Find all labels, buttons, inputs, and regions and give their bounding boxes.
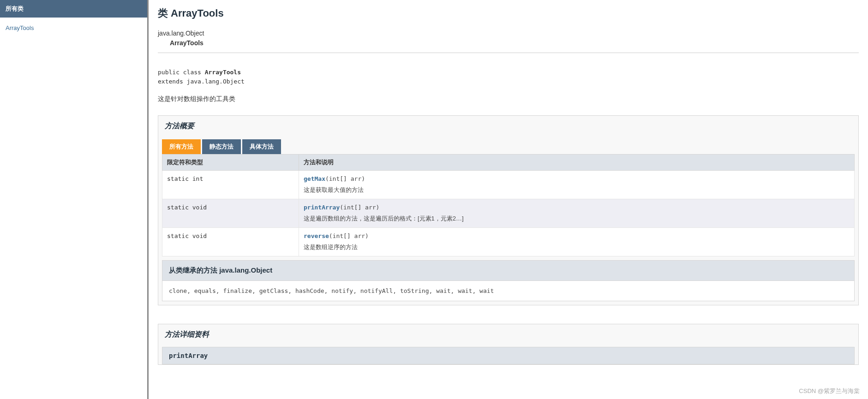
tab-concrete-methods[interactable]: 具体方法 [242, 139, 281, 154]
cell-modifier: static void [162, 199, 299, 228]
class-declaration: public class ArrayTools extends java.lan… [158, 68, 859, 86]
table-row: static int getMax(int[] arr) 这是获取最大值的方法 [162, 171, 855, 199]
method-sig: (int[] arr) [329, 232, 369, 239]
method-summary-title: 方法概要 [158, 116, 858, 137]
class-description: 这是针对数组操作的工具类 [158, 95, 859, 103]
cell-modifier: static int [162, 171, 299, 199]
decl-extends: extends java.lang.Object [158, 78, 245, 85]
method-sig: (int[] arr) [325, 175, 365, 182]
col-modifier: 限定符和类型 [162, 155, 299, 171]
table-row: static void reverse(int[] arr) 这是数组逆序的方法 [162, 228, 855, 256]
cell-method: reverse(int[] arr) 这是数组逆序的方法 [299, 228, 855, 256]
method-link-getmax[interactable]: getMax [304, 175, 325, 182]
divider [158, 53, 859, 53]
watermark: CSDN @紫罗兰与海棠 [799, 387, 860, 395]
method-table: 限定符和类型 方法和说明 static int getMax(int[] arr… [162, 154, 855, 256]
hierarchy-leaf: ArrayTools [170, 38, 859, 48]
sidebar-list: ArrayTools [0, 18, 147, 38]
cell-method: printArray(int[] arr) 这是遍历数组的方法，这是遍历后的格式… [299, 199, 855, 228]
method-desc: 这是获取最大值的方法 [304, 186, 850, 194]
method-detail-title: 方法详细资料 [158, 324, 858, 345]
sidebar-item-arraytools[interactable]: ArrayTools [6, 24, 34, 31]
cell-method: getMax(int[] arr) 这是获取最大值的方法 [299, 171, 855, 199]
tab-all-methods[interactable]: 所有方法 [162, 139, 201, 154]
method-summary-section: 方法概要 所有方法 静态方法 具体方法 限定符和类型 方法和说明 static … [158, 115, 859, 305]
method-sig: (int[] arr) [340, 204, 379, 211]
cell-modifier: static void [162, 228, 299, 256]
inherited-methods-list: clone, equals, finalize, getClass, hashC… [162, 281, 855, 301]
method-desc: 这是数组逆序的方法 [304, 243, 850, 251]
method-detail-section: 方法详细资料 printArray [158, 324, 859, 365]
decl-name: ArrayTools [205, 69, 241, 76]
sidebar-title: 所有类 [0, 0, 147, 18]
type-hierarchy: java.lang.Object ArrayTools [158, 29, 859, 48]
detail-printarray: printArray [162, 347, 855, 364]
method-desc: 这是遍历数组的方法，这是遍历后的格式：[元素1，元素2…] [304, 214, 850, 223]
method-tabs: 所有方法 静态方法 具体方法 [158, 137, 858, 154]
main-content: 类 ArrayTools java.lang.Object ArrayTools… [149, 0, 868, 399]
decl-prefix: public class [158, 69, 205, 76]
inherited-methods-title: 从类继承的方法 java.lang.Object [162, 260, 855, 281]
tab-static-methods[interactable]: 静态方法 [202, 139, 241, 154]
hierarchy-root: java.lang.Object [158, 29, 859, 38]
page-title: 类 ArrayTools [158, 6, 859, 20]
sidebar: 所有类 ArrayTools [0, 0, 149, 399]
table-row: static void printArray(int[] arr) 这是遍历数组… [162, 199, 855, 228]
method-link-printarray[interactable]: printArray [304, 204, 340, 211]
col-method: 方法和说明 [299, 155, 855, 171]
method-link-reverse[interactable]: reverse [304, 232, 329, 239]
